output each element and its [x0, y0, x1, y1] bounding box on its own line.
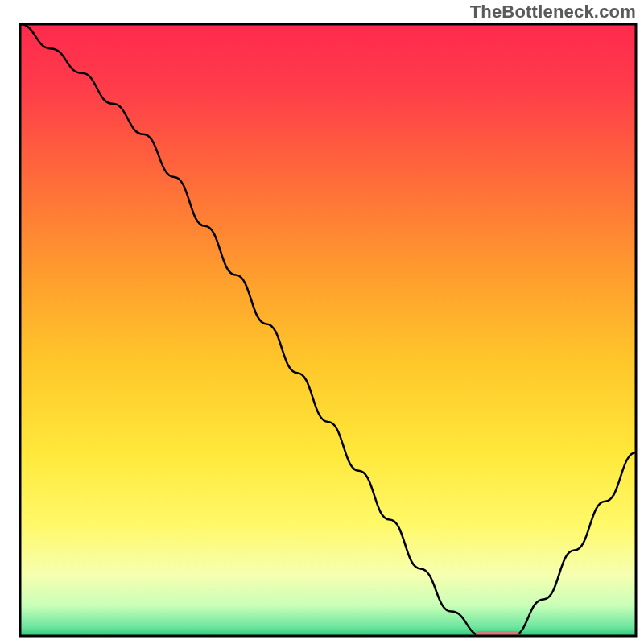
gradient-background [20, 24, 636, 636]
chart-stage: TheBottleneck.com [0, 0, 644, 644]
bottleneck-chart [0, 0, 644, 644]
watermark-text: TheBottleneck.com [470, 2, 636, 23]
